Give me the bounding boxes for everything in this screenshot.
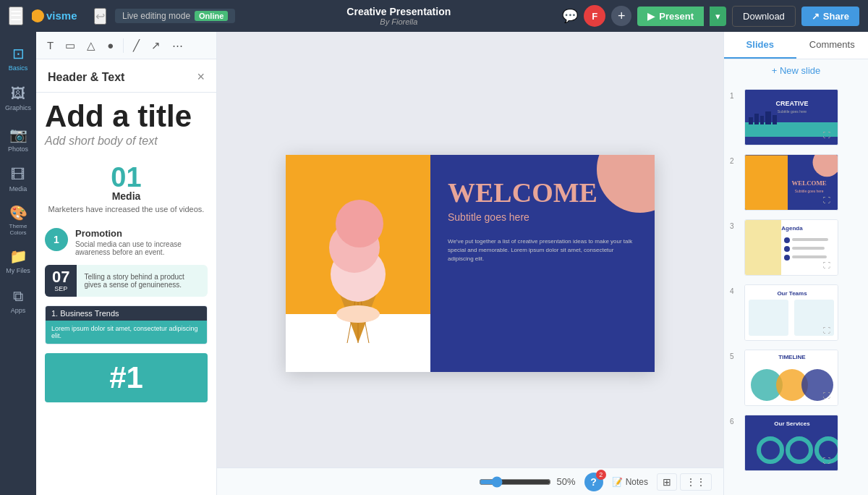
notes-button[interactable]: 📝 Notes (612, 477, 648, 487)
add-collaborator-button[interactable]: + (611, 6, 631, 26)
slide-expand-icon-3[interactable]: ⛶ (823, 261, 830, 269)
media-icon: 🎞 (11, 166, 25, 183)
topbar-center: Creative Presentation By Fiorella (244, 6, 553, 26)
play-icon: ▶ (647, 11, 655, 22)
sidebar-item-theme-colors[interactable]: 🎨 Theme Colors (0, 200, 36, 240)
sidebar-item-apps[interactable]: ⧉ Apps (0, 281, 36, 321)
svg-text:visme: visme (46, 9, 77, 22)
date-num: 07 (52, 269, 69, 285)
svg-text:CREATIVE: CREATIVE (776, 100, 809, 107)
svg-point-30 (784, 246, 790, 252)
new-slide-button[interactable]: + New slide (724, 59, 868, 82)
avatar[interactable]: F (584, 5, 605, 27)
circle-tool-button[interactable]: ● (103, 37, 117, 54)
triangle-tool-button[interactable]: △ (83, 37, 99, 54)
slide-num-2: 2 (730, 157, 740, 165)
slide-thumb-6: Our Services ⛶ (744, 415, 838, 471)
svg-rect-27 (745, 220, 781, 276)
panel-close-button[interactable]: × (197, 69, 205, 85)
comment-button[interactable]: 💬 (562, 8, 578, 24)
sidebar-item-my-files[interactable]: 📁 My Files (0, 240, 36, 281)
graphics-label: Graphics (5, 104, 31, 111)
svg-text:TIMELINE: TIMELINE (778, 354, 806, 360)
present-label: Present (659, 11, 694, 22)
view-buttons: ⊞ ⋮⋮ (657, 473, 712, 491)
slide-expand-icon-1[interactable]: ⛶ (823, 131, 830, 139)
add-title-template[interactable]: Add a title Add short body of text (45, 101, 208, 148)
graphics-icon: 🖼 (11, 85, 25, 102)
slide-expand-icon-5[interactable]: ⛶ (823, 392, 830, 399)
numbered-desc: Marketers have increased the use of vide… (48, 205, 205, 213)
bottom-bar: 50% ? 2 📝 Notes ⊞ ⋮⋮ (217, 468, 723, 495)
slide-item-2[interactable]: 2 WELCOME Subtitle goes here ⛶ (724, 150, 868, 215)
sidebar-item-graphics[interactable]: 🖼 Graphics (0, 78, 36, 119)
help-button-container: ? 2 (584, 473, 603, 491)
visme-logo: visme (32, 8, 82, 24)
svg-text:Subtitle goes here: Subtitle goes here (795, 190, 824, 193)
tab-slides[interactable]: Slides (724, 32, 796, 59)
svg-rect-14 (749, 117, 753, 124)
slide-item-5[interactable]: 5 TIMELINE ⛶ (724, 345, 868, 410)
bullet-circle: 1 (45, 228, 68, 251)
svg-text:Agenda: Agenda (781, 225, 803, 232)
ice-cream-illustration (286, 155, 430, 372)
slide-item-3[interactable]: 3 Agenda ⛶ (724, 215, 868, 280)
present-dropdown-button[interactable]: ▾ (710, 7, 726, 26)
theme-colors-icon: 🎨 (9, 204, 27, 221)
hash-template[interactable]: #1 (45, 353, 208, 402)
slide-item-4[interactable]: 4 Our Teams ⛶ (724, 280, 868, 345)
business-template[interactable]: 1. Business Trends Lorem ipsum dolor sit… (45, 305, 208, 344)
slide-expand-icon-2[interactable]: ⛶ (823, 196, 830, 204)
right-panel: Slides Comments + New slide 1 (723, 32, 868, 495)
panel-header: Header & Text × (36, 59, 216, 93)
arrow-tool-button[interactable]: ↗ (148, 37, 164, 54)
sidebar-item-basics[interactable]: ⊡ Basics (0, 38, 36, 78)
present-button[interactable]: ▶ Present (637, 7, 704, 26)
date-month: SEP (54, 285, 67, 292)
bullet-content: Promotion Social media can use to increa… (75, 228, 208, 256)
grid-view-button[interactable]: ⊞ (657, 473, 677, 491)
online-badge: Online (195, 11, 228, 21)
help-badge: 2 (596, 470, 606, 480)
bullet-template[interactable]: 1 Promotion Social media can use to incr… (45, 228, 208, 256)
slide-canvas[interactable]: WELCOME Subtitle goes here We've put tog… (286, 155, 655, 372)
slide-body-text: We've put together a list of creative pr… (448, 237, 637, 263)
date-template[interactable]: 07 SEP Telling a story behind a product … (45, 265, 208, 297)
header-text-panel: T ▭ △ ● ╱ ↗ ⋯ Header & Text × Add a titl… (36, 32, 217, 495)
date-desc: Telling a story behind a product gives a… (77, 268, 208, 293)
svg-point-29 (784, 237, 790, 243)
zoom-range-input[interactable] (479, 476, 551, 488)
list-view-button[interactable]: ⋮⋮ (680, 473, 712, 491)
panel-title: Header & Text (48, 71, 124, 84)
topbar: ☰ visme ↩ Live editing mode Online Creat… (0, 0, 868, 32)
line-tool-button[interactable]: ╱ (129, 37, 143, 54)
text-tool-button[interactable]: T (43, 37, 57, 54)
share-button[interactable]: ↗ Share (801, 7, 859, 26)
slide-item-6[interactable]: 6 Our Services ⛶ (724, 410, 868, 475)
svg-text:WELCOME: WELCOME (791, 179, 826, 187)
more-tools-button[interactable]: ⋯ (169, 37, 187, 54)
share-label: Share (823, 11, 849, 22)
svg-rect-21 (745, 156, 788, 211)
sidebar-item-media[interactable]: 🎞 Media (0, 159, 36, 200)
my-files-icon: 📁 (9, 248, 27, 265)
slide-thumb-1: CREATIVE Subtitle goes here ⛶ (744, 89, 838, 145)
rect-tool-button[interactable]: ▭ (61, 37, 79, 54)
download-button[interactable]: Download (732, 6, 796, 27)
slide-item-1[interactable]: 1 CREATIVE Subtitle goes here ⛶ (724, 85, 868, 150)
basics-label: Basics (9, 64, 28, 72)
sidebar-item-photos[interactable]: 📷 Photos (0, 119, 36, 159)
undo-button[interactable]: ↩ (94, 8, 106, 25)
bullet-title: Promotion (75, 228, 208, 239)
slide-num-5: 5 (730, 352, 740, 360)
tab-comments[interactable]: Comments (796, 32, 869, 59)
title-template-text: Add a title (45, 101, 208, 132)
panel-items: Add a title Add short body of text 01 Me… (36, 93, 216, 411)
date-left: 07 SEP (45, 265, 77, 297)
slide-expand-icon-4[interactable]: ⛶ (823, 326, 830, 334)
numbered-template[interactable]: 01 Media Marketers have increased the us… (45, 156, 208, 219)
main-layout: ⊡ Basics 🖼 Graphics 📷 Photos 🎞 Media 🎨 T… (0, 32, 868, 495)
menu-icon[interactable]: ☰ (9, 7, 23, 25)
media-label: Media (9, 185, 27, 192)
slide-expand-icon-6[interactable]: ⛶ (823, 457, 830, 465)
